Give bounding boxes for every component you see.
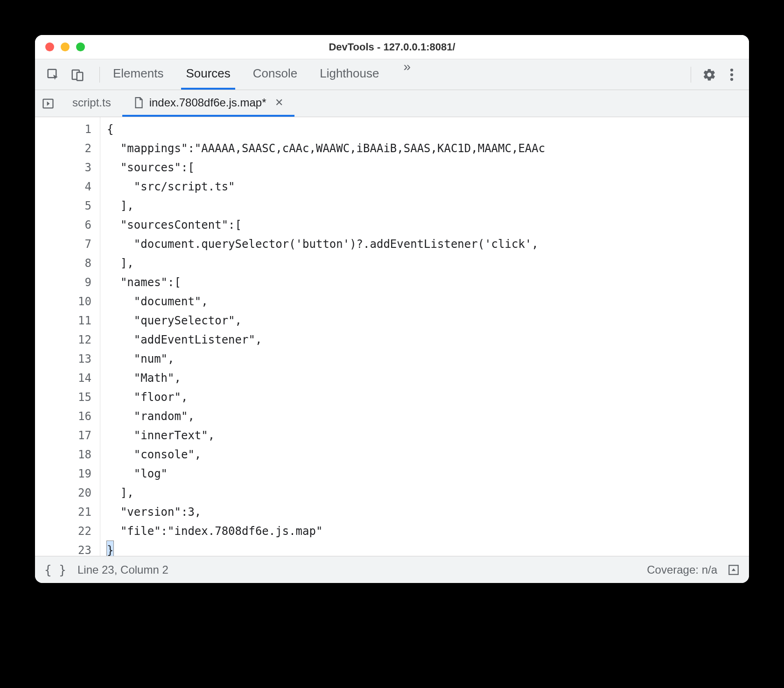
code-line[interactable]: "document.querySelector('button')?.addEv… (107, 235, 749, 254)
svg-point-3 (730, 68, 733, 71)
divider (691, 67, 691, 83)
code-line[interactable]: "sourcesContent":[ (107, 216, 749, 235)
device-toolbar-icon[interactable] (70, 67, 85, 83)
code-line[interactable]: "innerText", (107, 426, 749, 445)
line-number: 16 (35, 407, 100, 426)
line-number: 19 (35, 464, 100, 484)
code-line[interactable]: } (107, 541, 749, 556)
settings-icon[interactable] (701, 67, 717, 83)
line-number: 13 (35, 350, 100, 369)
more-options-icon[interactable] (724, 67, 740, 83)
code-line[interactable]: "names":[ (107, 273, 749, 292)
inspect-element-icon[interactable] (45, 67, 61, 83)
code-line[interactable]: "console", (107, 445, 749, 464)
code-line[interactable]: "document", (107, 292, 749, 311)
maximize-window-button[interactable] (76, 42, 85, 51)
line-number: 18 (35, 445, 100, 464)
cursor-position: Line 23, Column 2 (77, 563, 168, 576)
code-editor[interactable]: 1234567891011121314151617181920212223 { … (35, 117, 749, 556)
code-line[interactable]: ], (107, 254, 749, 273)
code-line[interactable]: "version":3, (107, 503, 749, 522)
toggle-bottom-panel-icon[interactable] (728, 564, 740, 576)
line-number: 17 (35, 426, 100, 445)
window-controls (35, 42, 85, 51)
main-toolbar: Elements Sources Console Lighthouse » (35, 59, 749, 90)
line-number: 10 (35, 292, 100, 311)
line-number-gutter: 1234567891011121314151617181920212223 (35, 117, 100, 556)
tab-elements[interactable]: Elements (108, 59, 168, 90)
code-line[interactable]: "num", (107, 350, 749, 369)
coverage-status: Coverage: n/a (647, 563, 717, 576)
code-line[interactable]: "mappings":"AAAAA,SAASC,cAAc,WAAWC,iBAAi… (107, 139, 749, 158)
svg-rect-2 (77, 72, 83, 81)
tab-sources[interactable]: Sources (181, 59, 235, 90)
code-line[interactable]: "addEventListener", (107, 330, 749, 350)
file-tab-bar: script.ts index.7808df6e.js.map* ✕ (35, 90, 749, 117)
line-number: 15 (35, 388, 100, 407)
code-line[interactable]: "sources":[ (107, 158, 749, 177)
divider (99, 67, 100, 83)
code-line[interactable]: "floor", (107, 388, 749, 407)
line-number: 5 (35, 197, 100, 216)
status-bar: { } Line 23, Column 2 Coverage: n/a (35, 556, 749, 583)
code-line[interactable]: "Math", (107, 369, 749, 388)
line-number: 12 (35, 330, 100, 350)
line-number: 20 (35, 484, 100, 503)
code-line[interactable]: ], (107, 197, 749, 216)
code-content[interactable]: { "mappings":"AAAAA,SAASC,cAAc,WAAWC,iBA… (100, 117, 749, 556)
code-line[interactable]: "querySelector", (107, 311, 749, 330)
line-number: 4 (35, 177, 100, 197)
line-number: 2 (35, 139, 100, 158)
line-number: 7 (35, 235, 100, 254)
window-title: DevTools - 127.0.0.1:8081/ (35, 41, 749, 53)
code-line[interactable]: { (107, 120, 749, 139)
line-number: 22 (35, 522, 100, 541)
svg-point-4 (730, 73, 733, 76)
more-tabs-button[interactable]: » (397, 59, 417, 90)
line-number: 11 (35, 311, 100, 330)
code-line[interactable]: ], (107, 484, 749, 503)
line-number: 8 (35, 254, 100, 273)
close-window-button[interactable] (45, 42, 54, 51)
tab-console[interactable]: Console (248, 59, 302, 90)
navigator-toggle-icon[interactable] (35, 90, 61, 117)
pretty-print-icon[interactable]: { } (44, 563, 66, 577)
panel-tabs: Elements Sources Console Lighthouse » (108, 59, 417, 90)
devtools-window: DevTools - 127.0.0.1:8081/ Elements Sour… (35, 35, 749, 583)
titlebar: DevTools - 127.0.0.1:8081/ (35, 35, 749, 59)
line-number: 9 (35, 273, 100, 292)
code-line[interactable]: "random", (107, 407, 749, 426)
code-line[interactable]: "log" (107, 464, 749, 484)
file-tab-label: index.7808df6e.js.map* (149, 96, 266, 109)
line-number: 3 (35, 158, 100, 177)
tab-lighthouse[interactable]: Lighthouse (315, 59, 384, 90)
line-number: 14 (35, 369, 100, 388)
line-number: 6 (35, 216, 100, 235)
line-number: 1 (35, 120, 100, 139)
code-line[interactable]: "src/script.ts" (107, 177, 749, 197)
line-number: 21 (35, 503, 100, 522)
file-icon (133, 97, 144, 109)
line-number: 23 (35, 541, 100, 556)
minimize-window-button[interactable] (61, 42, 70, 51)
close-tab-icon[interactable]: ✕ (275, 97, 283, 109)
file-tab-label: script.ts (72, 96, 111, 109)
svg-point-5 (730, 77, 733, 80)
code-line[interactable]: "file":"index.7808df6e.js.map" (107, 522, 749, 541)
file-tab-index-map[interactable]: index.7808df6e.js.map* ✕ (122, 90, 294, 117)
file-tab-script-ts[interactable]: script.ts (61, 90, 122, 117)
